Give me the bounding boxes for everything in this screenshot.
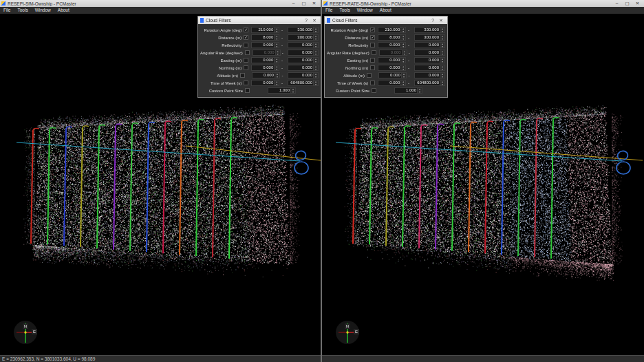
filter-checkbox[interactable]: [370, 65, 375, 70]
filter-max-spinbox[interactable]: 0.000▴▾: [414, 65, 445, 71]
spinner-buttons[interactable]: ▴▾: [274, 65, 279, 70]
spinner-buttons[interactable]: ▴▾: [400, 35, 405, 40]
menu-item-about[interactable]: About: [376, 7, 395, 14]
spinner-buttons[interactable]: ▴▾: [274, 58, 279, 63]
filter-min-spinbox[interactable]: 0.000▴▾: [251, 57, 279, 63]
spin-down-icon[interactable]: ▾: [314, 76, 318, 78]
filter-checkbox[interactable]: [372, 50, 376, 55]
filter-min-spinbox[interactable]: 0.000▴▾: [379, 50, 407, 56]
spin-down-icon[interactable]: ▾: [440, 83, 444, 86]
close-icon[interactable]: ✕: [309, 0, 319, 7]
spin-down-icon[interactable]: ▾: [440, 30, 444, 33]
filter-max-spinbox[interactable]: 604800.000▴▾: [288, 80, 319, 86]
spin-down-icon[interactable]: ▾: [275, 76, 279, 78]
spin-down-icon[interactable]: ▾: [401, 83, 405, 86]
spinner-buttons[interactable]: ▴▾: [313, 73, 318, 78]
spin-down-icon[interactable]: ▾: [401, 45, 405, 48]
filter-max-spinbox[interactable]: 330.000▴▾: [414, 27, 445, 33]
spinner-buttons[interactable]: ▴▾: [313, 35, 318, 40]
filter-max-spinbox[interactable]: 0.000▴▾: [414, 50, 445, 56]
filter-checkbox[interactable]: [240, 73, 245, 78]
spinner-buttons[interactable]: ▴▾: [440, 28, 444, 32]
spin-down-icon[interactable]: ▾: [440, 38, 444, 41]
filter-min-spinbox[interactable]: 0.000▴▾: [378, 42, 406, 48]
filter-single-spinbox[interactable]: 1.000▴▾: [268, 87, 296, 94]
filter-min-spinbox[interactable]: 0.000▴▾: [378, 65, 406, 71]
filter-checkbox[interactable]: [370, 43, 375, 47]
filter-checkbox[interactable]: [245, 88, 250, 93]
spinner-buttons[interactable]: ▴▾: [313, 28, 318, 32]
spin-down-icon[interactable]: ▾: [275, 68, 279, 71]
spin-down-icon[interactable]: ▾: [440, 76, 444, 78]
menu-item-about[interactable]: About: [54, 7, 73, 14]
spinner-buttons[interactable]: ▴▾: [313, 58, 318, 63]
filter-checkbox[interactable]: ✓: [370, 35, 375, 40]
maximize-icon[interactable]: ▢: [299, 0, 309, 7]
spin-down-icon[interactable]: ▾: [440, 45, 444, 48]
spinner-buttons[interactable]: ▴▾: [400, 65, 405, 70]
filter-checkbox[interactable]: [244, 65, 248, 70]
spin-down-icon[interactable]: ▾: [314, 83, 318, 86]
filter-checkbox[interactable]: [372, 88, 376, 93]
spinner-buttons[interactable]: ▴▾: [275, 50, 280, 55]
dialog-close-icon[interactable]: ✕: [310, 17, 319, 24]
filter-max-spinbox[interactable]: 300.000▴▾: [414, 34, 445, 41]
spinner-buttons[interactable]: ▴▾: [313, 43, 318, 47]
spin-down-icon[interactable]: ▾: [314, 30, 318, 33]
spin-down-icon[interactable]: ▾: [291, 91, 295, 94]
spin-down-icon[interactable]: ▾: [276, 53, 280, 56]
spin-down-icon[interactable]: ▾: [440, 68, 444, 71]
filter-min-spinbox[interactable]: 210.000▴▾: [378, 27, 406, 33]
spin-down-icon[interactable]: ▾: [314, 53, 318, 56]
filter-min-spinbox[interactable]: 0.000▴▾: [251, 42, 279, 48]
menu-item-window[interactable]: Window: [354, 7, 376, 14]
spin-down-icon[interactable]: ▾: [275, 83, 279, 86]
spinner-buttons[interactable]: ▴▾: [440, 43, 444, 47]
close-icon[interactable]: ✕: [632, 0, 643, 7]
filter-min-spinbox[interactable]: 0.000▴▾: [378, 80, 406, 86]
filter-min-spinbox[interactable]: 0.000▴▾: [252, 72, 280, 78]
help-icon[interactable]: ?: [302, 17, 310, 24]
spin-down-icon[interactable]: ▾: [314, 61, 318, 63]
spin-down-icon[interactable]: ▾: [440, 61, 444, 63]
filter-checkbox[interactable]: [245, 50, 250, 55]
spinner-buttons[interactable]: ▴▾: [401, 73, 406, 78]
filter-max-spinbox[interactable]: 0.000▴▾: [288, 72, 319, 78]
spinner-buttons[interactable]: ▴▾: [274, 81, 279, 85]
spin-down-icon[interactable]: ▾: [275, 61, 279, 63]
spinner-buttons[interactable]: ▴▾: [402, 50, 407, 55]
help-icon[interactable]: ?: [429, 17, 437, 24]
filter-max-spinbox[interactable]: 0.000▴▾: [414, 72, 445, 78]
spinner-buttons[interactable]: ▴▾: [400, 43, 405, 47]
filter-min-spinbox[interactable]: 0.000▴▾: [253, 50, 281, 56]
spin-down-icon[interactable]: ▾: [275, 30, 279, 33]
menu-item-window[interactable]: Window: [32, 7, 54, 14]
spinner-buttons[interactable]: ▴▾: [275, 73, 279, 78]
spin-down-icon[interactable]: ▾: [440, 53, 444, 56]
spinner-buttons[interactable]: ▴▾: [417, 88, 422, 93]
maximize-icon[interactable]: ▢: [622, 0, 632, 7]
filter-max-spinbox[interactable]: 0.000▴▾: [288, 50, 319, 56]
filter-max-spinbox[interactable]: 0.000▴▾: [288, 57, 319, 63]
filter-checkbox[interactable]: [370, 81, 375, 85]
spinner-buttons[interactable]: ▴▾: [313, 65, 318, 70]
spin-down-icon[interactable]: ▾: [401, 61, 405, 63]
filter-min-spinbox[interactable]: 8.000▴▾: [251, 34, 279, 41]
filter-min-spinbox[interactable]: 0.000▴▾: [251, 80, 279, 86]
dialog-titlebar[interactable]: Cloud Filters ? ✕: [198, 17, 321, 24]
filter-max-spinbox[interactable]: 604800.000▴▾: [414, 80, 445, 86]
spin-down-icon[interactable]: ▾: [418, 91, 422, 94]
filter-min-spinbox[interactable]: 0.000▴▾: [378, 57, 406, 63]
filter-min-spinbox[interactable]: 0.000▴▾: [378, 72, 407, 78]
spin-down-icon[interactable]: ▾: [401, 68, 405, 71]
spin-down-icon[interactable]: ▾: [314, 38, 318, 41]
spinner-buttons[interactable]: ▴▾: [400, 28, 405, 32]
window-titlebar[interactable]: RESEPI-RATE-SfM-Ownship - PCMaster – ▢ ✕: [322, 0, 644, 7]
spin-down-icon[interactable]: ▾: [275, 38, 279, 41]
filter-max-spinbox[interactable]: 0.000▴▾: [288, 42, 319, 48]
filter-checkbox[interactable]: [244, 43, 248, 47]
filter-min-spinbox[interactable]: 210.000▴▾: [251, 27, 279, 33]
spin-down-icon[interactable]: ▾: [401, 38, 405, 41]
menu-item-file[interactable]: File: [322, 7, 336, 14]
menu-item-tools[interactable]: Tools: [336, 7, 353, 14]
